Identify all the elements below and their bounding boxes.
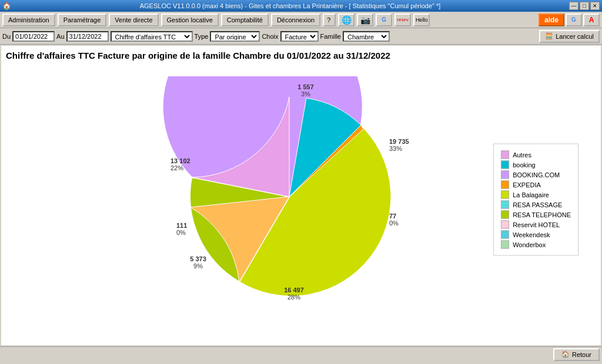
label-resatel-value: 13 102 bbox=[170, 157, 190, 164]
maximize-button[interactable]: □ bbox=[580, 2, 589, 10]
title-bar-icon: 🏠 bbox=[2, 2, 11, 10]
legend-item-resatel: RESA TELEPHONE bbox=[501, 211, 571, 219]
legend-color-resatel bbox=[501, 211, 509, 219]
legend-item-bookingcom: BOOKING.COM bbox=[501, 171, 571, 179]
legend-color-booking bbox=[501, 161, 509, 169]
menu-gestion-locative[interactable]: Gestion locative bbox=[161, 14, 219, 26]
legend-label-autres: Autres bbox=[513, 151, 531, 159]
famille-label: Famille bbox=[320, 33, 341, 40]
lancer-calcul-button[interactable]: 🧮 Lancer calcul bbox=[539, 30, 600, 43]
hello-icon[interactable]: Hello bbox=[413, 14, 430, 26]
legend-color-bookingcom bbox=[501, 171, 509, 179]
du-label: Du bbox=[2, 33, 11, 40]
close-button[interactable]: ✕ bbox=[590, 2, 600, 10]
main-content: Chiffre d'affaires TTC Facture par origi… bbox=[1, 46, 601, 345]
title-bar-title: AGESLOC V11.0.0.0 (maxi 4 biens) - Gites… bbox=[11, 2, 569, 9]
legend-item-balagaire: La Balagaire bbox=[501, 191, 571, 199]
legend-label-resapassage: RESA PASSAGE bbox=[513, 201, 562, 208]
label-bookingcom-value: 19 735 bbox=[389, 138, 409, 145]
legend-label-expedia: EXPEDIA bbox=[513, 181, 541, 188]
famille-select[interactable]: Chambre bbox=[343, 31, 390, 42]
reservit-icon[interactable]: resev bbox=[394, 14, 411, 26]
du-input[interactable] bbox=[12, 31, 55, 42]
legend-color-expedia bbox=[501, 181, 509, 189]
retour-button[interactable]: 🏠 Retour bbox=[553, 348, 600, 361]
title-bar: 🏠 AGESLOC V11.0.0.0 (maxi 4 biens) - Git… bbox=[0, 0, 602, 12]
label-bookingcom-pct: 33% bbox=[389, 145, 402, 152]
legend-label-wonderbox: Wonderbox bbox=[513, 241, 546, 248]
legend-item-resapassage: RESA PASSAGE bbox=[501, 201, 571, 209]
legend-item-wonderbox: Wonderbox bbox=[501, 241, 571, 249]
bottom-bar: 🏠 Retour bbox=[0, 346, 602, 362]
legend-color-autres bbox=[501, 151, 509, 159]
label-autres-pct: 3% bbox=[301, 90, 310, 97]
chart-legend: Autres booking BOOKING.COM EXPEDIA La Ba… bbox=[493, 144, 578, 256]
label-resapassage-pct: 9% bbox=[193, 262, 203, 269]
au-label: Au bbox=[56, 33, 64, 40]
right-buttons: aide G A bbox=[539, 14, 600, 26]
chart-title: Chiffre d'affaires TTC Facture par origi… bbox=[6, 50, 596, 60]
au-input[interactable] bbox=[66, 31, 109, 42]
legend-label-booking: booking bbox=[513, 161, 536, 168]
choix-select[interactable]: Facture bbox=[280, 31, 319, 42]
adobe-icon[interactable]: A bbox=[583, 14, 600, 26]
legend-color-wonderbox bbox=[501, 241, 509, 249]
legend-item-reservit: Reservit HOTEL bbox=[501, 221, 571, 229]
label-autres-value: 1 557 bbox=[297, 83, 314, 90]
legend-color-resapassage bbox=[501, 201, 509, 209]
menu-bar: Administration Paramétrage Vente directe… bbox=[0, 12, 602, 28]
legend-color-weekendesk bbox=[501, 231, 509, 239]
legend-color-reservit bbox=[501, 221, 509, 229]
ca-select[interactable]: Chiffre d'affaires TTC bbox=[111, 31, 193, 42]
type-label: Type bbox=[195, 33, 209, 40]
label-booking-value: 77 bbox=[389, 213, 396, 220]
minimize-button[interactable]: — bbox=[569, 2, 578, 10]
pie-chart-wrapper: 1 557 3% 19 735 33% 77 0% 16 497 28% 5 3… bbox=[160, 76, 442, 323]
label-booking-pct: 0% bbox=[389, 220, 399, 227]
google-icon[interactable]: G bbox=[376, 14, 392, 26]
legend-label-balagaire: La Balagaire bbox=[513, 191, 549, 198]
menu-help[interactable]: ? bbox=[323, 14, 336, 26]
legend-label-resatel: RESA TELEPHONE bbox=[513, 211, 571, 218]
legend-color-balagaire bbox=[501, 191, 509, 199]
menu-comptabilite[interactable]: Comptabilité bbox=[221, 14, 269, 26]
menu-vente-directe[interactable]: Vente directe bbox=[109, 14, 158, 26]
legend-label-bookingcom: BOOKING.COM bbox=[513, 171, 560, 178]
choix-label: Choix bbox=[262, 33, 278, 40]
aide-button[interactable]: aide bbox=[539, 14, 564, 26]
label-balagaire-value: 16 497 bbox=[284, 287, 304, 294]
label-resatel-pct: 22% bbox=[170, 164, 183, 171]
filter-bar: Du Au Chiffre d'affaires TTC Type Par or… bbox=[0, 28, 602, 45]
title-bar-controls: — □ ✕ bbox=[569, 2, 600, 10]
label-resapassage-value: 5 373 bbox=[190, 255, 206, 262]
photo-icon[interactable]: 📷 bbox=[357, 14, 373, 26]
legend-item-autres: Autres bbox=[501, 151, 571, 159]
menu-parametrage[interactable]: Paramétrage bbox=[58, 14, 107, 26]
retour-icon: 🏠 bbox=[561, 350, 570, 358]
pie-chart-svg: 1 557 3% 19 735 33% 77 0% 16 497 28% 5 3… bbox=[160, 76, 430, 311]
legend-item-booking: booking bbox=[501, 161, 571, 169]
legend-item-expedia: EXPEDIA bbox=[501, 181, 571, 189]
label-expedia-value: 111 bbox=[176, 222, 187, 229]
globe-icon[interactable]: 🌐 bbox=[338, 14, 354, 26]
legend-item-weekendesk: Weekendesk bbox=[501, 231, 571, 239]
label-expedia-pct: 0% bbox=[176, 229, 186, 236]
chart-area: 1 557 3% 19 735 33% 77 0% 16 497 28% 5 3… bbox=[6, 66, 596, 333]
label-balagaire-pct: 28% bbox=[287, 294, 300, 301]
google-right-icon[interactable]: G bbox=[566, 14, 582, 26]
menu-administration[interactable]: Administration bbox=[2, 14, 55, 26]
calculator-icon: 🧮 bbox=[545, 32, 553, 40]
legend-label-reservit: Reservit HOTEL bbox=[513, 221, 560, 228]
legend-label-weekendesk: Weekendesk bbox=[513, 231, 550, 238]
type-select[interactable]: Par origine bbox=[210, 31, 260, 42]
menu-deconnexion[interactable]: Déconnexion bbox=[271, 14, 320, 26]
